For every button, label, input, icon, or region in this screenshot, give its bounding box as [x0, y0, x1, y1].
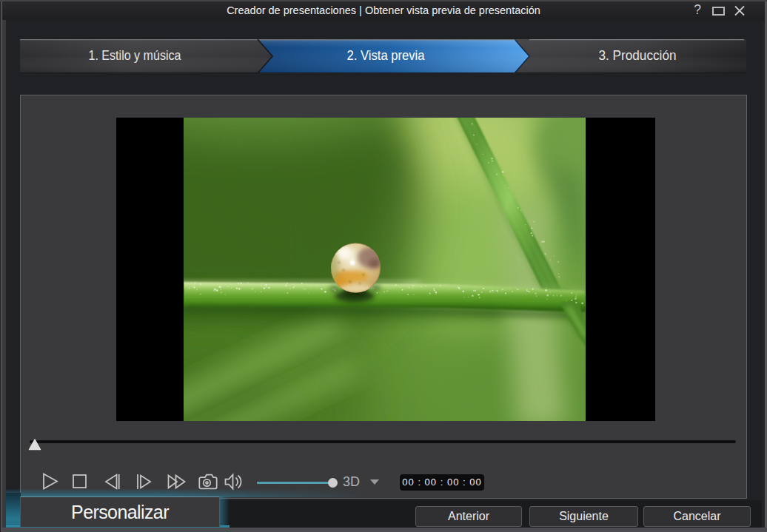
svg-text:2. Vista previa: 2. Vista previa	[347, 47, 426, 63]
svg-text:1. Estilo y música: 1. Estilo y música	[89, 47, 182, 63]
svg-text:3. Producción: 3. Producción	[599, 47, 677, 63]
